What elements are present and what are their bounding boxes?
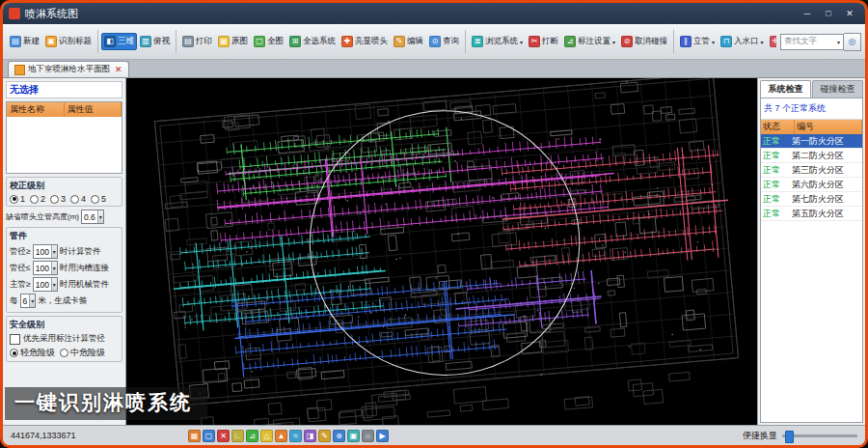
maximize-button[interactable]: □ (819, 7, 838, 21)
cad-canvas[interactable] (126, 78, 757, 425)
toolbar-button-break[interactable]: ✂打断 (526, 33, 561, 50)
toolbar-button-cancel-collision[interactable]: ⊘取消碰撞 (618, 33, 670, 50)
risk-level-light[interactable]: 轻危险级 (10, 347, 55, 359)
water-inlet-icon: ⊓ (720, 36, 732, 47)
chevron-down-icon[interactable]: ▾ (837, 39, 840, 45)
chevron-down-icon[interactable]: ▾ (51, 262, 57, 274)
correction-level-4[interactable]: 4 (70, 194, 86, 204)
search-button[interactable]: ◎ (844, 33, 861, 51)
statusbar-tool-icon-7[interactable]: ▲ (275, 430, 287, 442)
correction-options: 12345 (10, 194, 119, 204)
document-tab-label: 地下室喷淋给水平面图 (28, 64, 110, 75)
checkbox-icon[interactable] (10, 334, 20, 345)
toolbar-button-draw-sprinkler[interactable]: ✛画喷头▾ (767, 33, 776, 50)
system-name: 第五防火分区 (792, 208, 862, 220)
chevron-down-icon[interactable]: ▾ (520, 39, 523, 45)
slider-thumb[interactable] (785, 431, 794, 443)
statusbar-tool-icon-9[interactable]: ◨ (304, 430, 316, 442)
fitting-value-select[interactable]: 100▾ (33, 261, 58, 275)
default-height-select[interactable]: 0.6 ▾ (81, 210, 104, 224)
search-input[interactable]: 查找文字 ▾ (780, 34, 844, 50)
chevron-down-icon[interactable]: ▾ (612, 39, 615, 45)
statusbar-tool-icon-8[interactable]: ≈ (289, 430, 302, 442)
prop-name-header[interactable]: 属性名称 (7, 102, 65, 117)
statusbar-tool-icon-2[interactable]: ▢ (203, 430, 215, 442)
toolbar-button-browse-systems[interactable]: ≣浏览系统▾ (469, 33, 526, 50)
toolbar-button-recognize-title[interactable]: ▣识别标题 (42, 33, 95, 50)
statusbar-tool-icon-4[interactable]: ∟ (231, 430, 244, 442)
toolbar-button-water-inlet[interactable]: ⊓入水口▾ (718, 33, 767, 50)
correction-level-5[interactable]: 5 (91, 194, 106, 204)
toolbar-button-edit[interactable]: ✎编辑 (391, 33, 426, 50)
chevron-down-icon[interactable]: ▾ (51, 245, 57, 258)
chevron-down-icon[interactable]: ▾ (712, 39, 715, 45)
system-status: 正常 (761, 208, 792, 220)
statusbar-tool-icon-5[interactable]: ⊿ (246, 430, 258, 442)
chevron-down-icon[interactable]: ▾ (51, 278, 57, 291)
fitting-value-select[interactable]: 100▾ (33, 277, 58, 292)
system-row[interactable]: 正常第一防火分区 (761, 134, 862, 149)
draw-sprinkler-icon: ✛ (770, 36, 776, 47)
correction-level-3[interactable]: 3 (50, 194, 66, 204)
property-list[interactable] (7, 117, 122, 173)
radio-label: 1 (20, 194, 25, 204)
toolbar-button-top-view[interactable]: ▥俯视 (137, 33, 173, 50)
minimize-button[interactable]: ─ (798, 7, 817, 21)
tab-close-icon[interactable]: ✕ (115, 65, 122, 74)
chevron-down-icon[interactable]: ▾ (29, 294, 35, 307)
tab-system-check[interactable]: 系统检查 (760, 80, 811, 98)
radio-icon (91, 195, 99, 204)
display-toggle-label: 便捷换显 (743, 430, 777, 442)
app-window: 喷淋系统图 ─ □ ✕ ▤新建▣识别标题◧三维▥俯视▤打印▦原图▢全图⊞全选系统… (0, 0, 868, 448)
risk-level-medium[interactable]: 中危险级 (60, 347, 105, 359)
statusbar-tool-icon-11[interactable]: ⊕ (333, 430, 345, 442)
statusbar-tool-icon-10[interactable]: ✎ (318, 430, 331, 442)
toolbar-separator (465, 30, 466, 53)
prop-value-header[interactable]: 属性值 (65, 102, 122, 117)
priority-annotation-checkbox-row[interactable]: 优先采用标注计算管径 (10, 333, 119, 345)
toolbar-button-select-all-systems[interactable]: ⊞全选系统 (286, 33, 339, 50)
check-tabs: 系统检查 碰撞检查 (760, 80, 863, 98)
main-toolbar: ▤新建▣识别标题◧三维▥俯视▤打印▦原图▢全图⊞全选系统✚亮显喷头✎编辑⊙查询≣… (3, 24, 865, 60)
system-row[interactable]: 正常第六防火分区 (761, 178, 862, 192)
fitting-value-select[interactable]: 100▾ (33, 244, 58, 259)
fitting-suffix: 时计算管件 (60, 246, 101, 258)
statusbar-tool-icon-12[interactable]: ▣ (347, 430, 360, 442)
chevron-down-icon[interactable]: ▾ (97, 210, 103, 223)
toolbar-button-original-view[interactable]: ▦原图 (215, 33, 251, 50)
statusbar-tool-icon-3[interactable]: ✕ (217, 430, 230, 442)
document-tab[interactable]: 地下室喷淋给水平面图 ✕ (8, 61, 129, 77)
cad-drawing[interactable] (126, 78, 757, 425)
statusbar-tool-icon-13[interactable]: ⌂ (362, 430, 374, 442)
system-status: 正常 (761, 164, 792, 177)
system-row[interactable]: 正常第五防火分区 (761, 207, 862, 221)
statusbar-tool-icon-1[interactable]: ▦ (188, 430, 201, 442)
name-column-header[interactable]: 编号 (795, 120, 862, 134)
chevron-down-icon[interactable]: ▾ (761, 39, 764, 45)
toolbar-button-riser[interactable]: ∥立管▾ (677, 33, 718, 50)
selection-status: 无选择 (6, 81, 122, 98)
correction-level-2[interactable]: 2 (30, 194, 45, 204)
close-button[interactable]: ✕ (840, 7, 859, 21)
toolbar-button-query[interactable]: ⊙查询 (426, 33, 462, 50)
toolbar-button-view-3d[interactable]: ◧三维 (101, 33, 137, 50)
toolbar-button-new[interactable]: ▤新建 (7, 33, 42, 50)
system-row[interactable]: 正常第二防火分区 (761, 149, 862, 163)
toolbar-button-annotation-settings[interactable]: ⊿标注设置▾ (561, 33, 618, 50)
toolbar-button-highlight-sprinklers[interactable]: ✚亮显喷头 (339, 33, 391, 50)
fitting-rule-row: 每6▾米，生成卡箍 (10, 294, 119, 308)
tab-collision-check[interactable]: 碰撞检查 (812, 80, 863, 98)
correction-level-1[interactable]: 1 (10, 194, 25, 204)
fitting-value-select[interactable]: 6▾ (20, 294, 37, 308)
status-column-header[interactable]: 状态 (761, 120, 795, 134)
radio-label: 2 (41, 194, 45, 204)
system-row[interactable]: 正常第七防火分区 (761, 192, 862, 207)
display-slider[interactable] (782, 430, 857, 442)
system-name: 第一防火分区 (792, 135, 862, 148)
statusbar-tool-icon-6[interactable]: △ (260, 430, 273, 442)
safety-title: 安全级别 (10, 319, 119, 331)
statusbar-tool-icon-14[interactable]: ▶ (376, 430, 389, 442)
system-row[interactable]: 正常第三防火分区 (761, 163, 862, 178)
toolbar-button-print[interactable]: ▤打印 (179, 33, 215, 50)
toolbar-button-full-view[interactable]: ▢全图 (251, 33, 286, 50)
